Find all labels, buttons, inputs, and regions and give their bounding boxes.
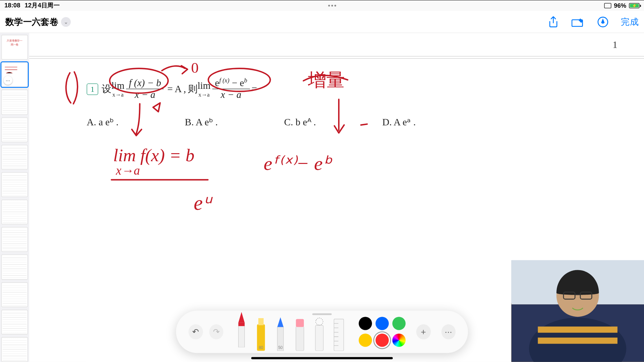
thumbnail-11[interactable] [1, 309, 28, 334]
lim-1: lim x→a [111, 80, 124, 98]
page-rule [29, 56, 644, 59]
tool-lasso[interactable] [312, 313, 327, 351]
choice-A: A. a eᵇ . [87, 117, 118, 128]
webcam-overlay [511, 260, 644, 362]
drawing-toolbar[interactable]: ↶ ↷ 80 50 [176, 310, 468, 353]
top-toolbar: 数学一六套卷 ⌄ 完成 [0, 11, 644, 33]
problem-text: 1 设 lim x→a f (x) − b x − a = A , 则 [87, 77, 416, 128]
ink-lim-sub: x→a [115, 163, 140, 177]
ink-eu: eᵘ [194, 192, 213, 214]
markup-icon[interactable] [572, 17, 585, 26]
app-stage: 18:08 12月4日周一 96% ⚡ 数学一六套卷 ⌄ 完成 [0, 0, 644, 362]
svg-rect-10 [296, 319, 304, 327]
thumbnail-10[interactable] [1, 282, 28, 307]
done-button[interactable]: 完成 [621, 16, 639, 28]
status-date: 12月4日周一 [25, 2, 60, 10]
thumbnail-options-icon[interactable]: ⋯ [4, 76, 12, 85]
question-number: 1 [87, 83, 98, 95]
color-yellow[interactable] [359, 334, 372, 347]
multitask-dots[interactable] [60, 5, 604, 6]
more-button[interactable]: ··· [441, 324, 455, 339]
problem-lead: 设 [102, 82, 111, 96]
page-thumbnails-sidebar[interactable]: 六套卷数学一同一卷 ⋯ [0, 33, 29, 362]
tool-pencil[interactable]: 50 [273, 313, 288, 351]
svg-rect-6 [238, 322, 245, 326]
document-title[interactable]: 数学一六套卷 [5, 16, 58, 28]
color-palette [359, 317, 406, 347]
svg-rect-11 [315, 325, 323, 351]
thumbnail-6[interactable] [1, 172, 28, 197]
pencil-size-label: 50 [273, 346, 288, 350]
svg-rect-9 [296, 326, 304, 351]
thumbnail-3[interactable] [1, 89, 28, 114]
choice-B: B. A eᵇ . [185, 117, 218, 128]
add-tool-button[interactable]: + [416, 324, 431, 339]
color-green[interactable] [392, 317, 406, 330]
home-indicator[interactable] [251, 357, 393, 359]
redo-button[interactable]: ↷ [209, 324, 223, 339]
svg-rect-8 [258, 318, 264, 325]
tool-pen[interactable] [234, 309, 249, 347]
tool-ruler[interactable] [331, 313, 346, 351]
fraction-2: ef (x) − eb x − a [212, 77, 250, 101]
thumbnail-8[interactable] [1, 227, 28, 252]
tool-eraser[interactable] [292, 313, 308, 351]
thumbnail-2[interactable]: ⋯ [1, 62, 28, 87]
svg-rect-12 [334, 319, 344, 351]
battery-percent: 96% [614, 2, 626, 9]
share-icon[interactable] [548, 15, 559, 28]
page-number: 1 [612, 39, 618, 51]
screen-mirror-icon [604, 3, 611, 8]
thumbnail-5[interactable] [1, 144, 28, 169]
fraction-1: f (x) − b x − a [126, 77, 164, 101]
choice-D: D. A eᵃ . [382, 117, 416, 128]
color-picker-icon[interactable] [392, 334, 406, 347]
thumbnail-4[interactable] [1, 117, 28, 142]
color-black[interactable] [359, 317, 372, 330]
status-time: 18:08 [4, 2, 20, 10]
thumbnail-9[interactable] [1, 254, 28, 279]
thumbnail-7[interactable] [1, 199, 28, 224]
thumbnail-12[interactable] [1, 337, 28, 362]
title-chevron-icon[interactable]: ⌄ [61, 17, 71, 26]
battery-icon: ⚡ [629, 3, 640, 8]
color-blue[interactable] [376, 317, 389, 330]
answer-choices: A. a eᵇ . B. A eᵇ . C. b eᴬ . D. A eᵃ . [87, 117, 416, 128]
color-red[interactable] [376, 334, 389, 347]
svg-rect-22 [538, 326, 618, 333]
ink-zero: 0 [191, 59, 199, 76]
choice-C: C. b eᴬ . [284, 117, 316, 128]
equals-A: = A , [167, 83, 186, 95]
tool-tray: 80 50 [234, 313, 346, 351]
pen-settings-icon[interactable] [597, 16, 608, 27]
undo-button[interactable]: ↶ [189, 324, 203, 339]
status-bar: 18:08 12月4日周一 96% ⚡ [0, 0, 644, 11]
ink-expr: eᶠ⁽ˣ⁾− eᵇ [264, 153, 333, 174]
svg-rect-23 [538, 338, 618, 344]
ink-lim: lim f(x) = b [113, 145, 195, 165]
problem-then: 则 [188, 82, 198, 96]
lim-2: lim x→a [198, 80, 211, 98]
problem-tail: = [252, 83, 257, 95]
tool-marker[interactable]: 80 [254, 313, 269, 351]
handwriting-layer: 0 增量 [29, 33, 516, 280]
thumbnail-1[interactable]: 六套卷数学一同一卷 [1, 35, 28, 60]
marker-size-label: 80 [254, 346, 269, 350]
